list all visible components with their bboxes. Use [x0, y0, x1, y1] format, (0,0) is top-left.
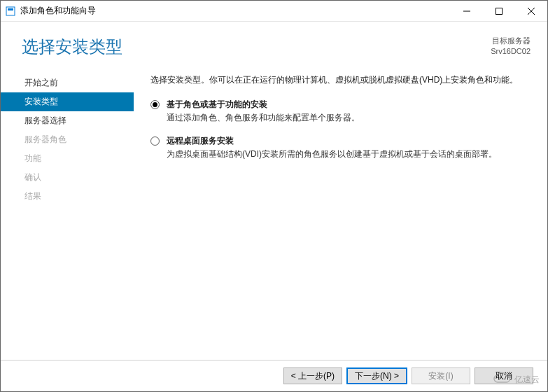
prev-button[interactable]: < 上一步(P): [283, 368, 342, 384]
wizard-window: 添加角色和功能向导 选择安装类型 目标服务器 Srv16DC02 开始之前 安装…: [0, 0, 548, 392]
option-role-based[interactable]: 基于角色或基于功能的安装 通过添加角色、角色服务和功能来配置单个服务器。: [150, 99, 528, 124]
page-title: 选择安装类型: [22, 36, 491, 58]
svg-rect-0: [6, 7, 15, 15]
target-label: 目标服务器: [491, 36, 531, 46]
next-button[interactable]: 下一步(N) >: [346, 368, 407, 384]
sidebar-item-server-selection[interactable]: 服务器选择: [1, 111, 134, 130]
window-title: 添加角色和功能向导: [20, 5, 451, 17]
instruction-text: 选择安装类型。你可以在正在运行的物理计算机、虚拟机或脱机虚拟硬盘(VHD)上安装…: [150, 74, 528, 86]
sidebar-item-results: 结果: [1, 187, 134, 206]
option-title: 基于角色或基于功能的安装: [167, 99, 528, 111]
radio-role-based[interactable]: [150, 100, 160, 109]
option-body: 远程桌面服务安装 为虚拟桌面基础结构(VDI)安装所需的角色服务以创建基于虚拟机…: [167, 135, 528, 160]
target-value: Srv16DC02: [491, 46, 531, 57]
sidebar: 开始之前 安装类型 服务器选择 服务器角色 功能 确认 结果: [1, 64, 134, 360]
svg-rect-1: [8, 8, 13, 10]
body: 开始之前 安装类型 服务器选择 服务器角色 功能 确认 结果 选择安装类型。你可…: [1, 64, 547, 360]
radio-rds[interactable]: [150, 136, 160, 146]
option-body: 基于角色或基于功能的安装 通过添加角色、角色服务和功能来配置单个服务器。: [167, 99, 528, 124]
minimize-button[interactable]: [451, 1, 483, 22]
sidebar-item-server-roles: 服务器角色: [1, 130, 134, 149]
app-icon: [5, 6, 16, 17]
window-controls: [451, 1, 547, 22]
option-title: 远程桌面服务安装: [167, 135, 528, 147]
target-info: 目标服务器 Srv16DC02: [491, 36, 531, 57]
titlebar: 添加角色和功能向导: [1, 1, 547, 22]
watermark: 亿速云: [493, 371, 544, 388]
option-desc: 通过添加角色、角色服务和功能来配置单个服务器。: [167, 112, 528, 124]
footer: < 上一步(P) 下一步(N) > 安装(I) 取消: [1, 360, 547, 391]
install-button: 安装(I): [412, 368, 470, 384]
header: 选择安装类型 目标服务器 Srv16DC02: [1, 22, 547, 64]
watermark-text: 亿速云: [514, 374, 540, 384]
close-button[interactable]: [515, 1, 547, 22]
sidebar-item-install-type[interactable]: 安装类型: [1, 92, 134, 111]
maximize-button[interactable]: [483, 1, 515, 22]
option-rds[interactable]: 远程桌面服务安装 为虚拟桌面基础结构(VDI)安装所需的角色服务以创建基于虚拟机…: [150, 135, 528, 160]
sidebar-item-confirm: 确认: [1, 168, 134, 187]
sidebar-item-features: 功能: [1, 149, 134, 168]
content: 选择安装类型。你可以在正在运行的物理计算机、虚拟机或脱机虚拟硬盘(VHD)上安装…: [134, 64, 547, 360]
svg-rect-3: [496, 8, 503, 14]
sidebar-item-before-begin[interactable]: 开始之前: [1, 74, 134, 92]
option-desc: 为虚拟桌面基础结构(VDI)安装所需的角色服务以创建基于虚拟机或基于会话的桌面部…: [167, 148, 528, 160]
